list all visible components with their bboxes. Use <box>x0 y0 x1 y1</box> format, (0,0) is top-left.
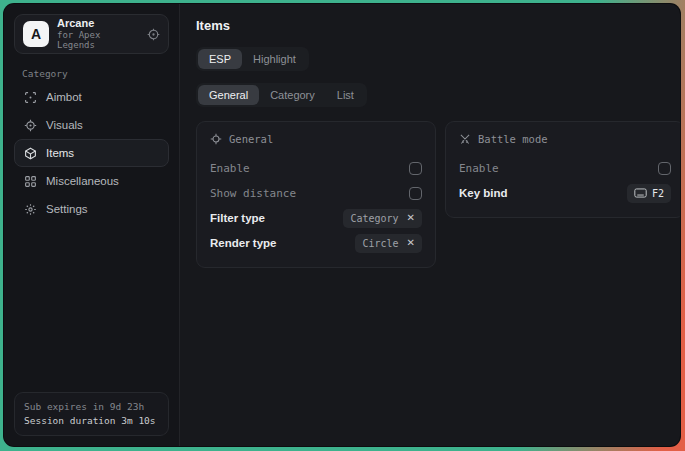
app-logo: A <box>23 21 49 47</box>
sidebar-item-label: Visuals <box>46 119 83 131</box>
keybind-button[interactable]: F2 <box>627 184 671 203</box>
battle-mode-card: Battle mode Enable Key bind <box>445 121 680 218</box>
tab-highlight[interactable]: Highlight <box>242 49 307 69</box>
setting-row-enable: Enable <box>210 156 422 180</box>
category-section-label: Category <box>22 68 169 79</box>
brand-text: Arcane for Apex Legends <box>57 17 139 50</box>
keyboard-icon <box>634 188 647 198</box>
crosshair-icon <box>24 91 37 104</box>
sidebar-item-label: Items <box>46 147 74 159</box>
session-duration-text: Session duration 3m 10s <box>24 414 159 428</box>
setting-label: Enable <box>210 162 250 175</box>
setting-label: Show distance <box>210 187 296 200</box>
tab-list[interactable]: List <box>326 85 365 105</box>
battle-card-header: Battle mode <box>459 133 671 145</box>
render-type-select[interactable]: Circle ✕ <box>355 234 422 253</box>
tab-general[interactable]: General <box>198 85 259 105</box>
card-title: Battle mode <box>478 133 548 145</box>
crosshair-icon <box>210 133 222 145</box>
sidebar: A Arcane for Apex Legends Category <box>4 4 180 446</box>
target-icon[interactable] <box>147 28 160 41</box>
sidebar-item-items[interactable]: Items <box>14 139 169 167</box>
setting-label: Key bind <box>459 187 508 199</box>
subscription-card: Sub expires in 9d 23h Session duration 3… <box>14 392 169 437</box>
clear-icon[interactable]: ✕ <box>407 213 415 223</box>
mode-tabs: ESP Highlight <box>196 47 309 71</box>
sub-expiry-text: Sub expires in 9d 23h <box>24 400 159 414</box>
brand-card: A Arcane for Apex Legends <box>14 14 169 54</box>
setting-row-enable: Enable <box>459 156 671 180</box>
card-title: General <box>229 133 273 145</box>
sidebar-item-label: Aimbot <box>46 91 82 103</box>
grid-icon <box>24 175 37 188</box>
setting-label: Enable <box>459 162 499 175</box>
sidebar-item-label: Settings <box>46 203 88 215</box>
keybind-value: F2 <box>652 188 664 199</box>
sidebar-item-miscellaneous[interactable]: Miscellaneous <box>14 167 169 195</box>
sidebar-item-aimbot[interactable]: Aimbot <box>14 83 169 111</box>
sidebar-item-visuals[interactable]: Visuals <box>14 111 169 139</box>
swords-icon <box>459 133 471 145</box>
sidebar-nav: Aimbot Visuals Items <box>14 83 169 223</box>
setting-label: Filter type <box>210 212 265 224</box>
box-icon <box>24 147 37 160</box>
sidebar-item-settings[interactable]: Settings <box>14 195 169 223</box>
clear-icon[interactable]: ✕ <box>407 238 415 248</box>
selected-value: Category <box>350 213 398 224</box>
battle-enable-checkbox[interactable] <box>658 162 671 175</box>
gear-icon <box>24 203 37 216</box>
main-content: Items ESP Highlight General Category Lis… <box>180 4 680 446</box>
app-subtitle: for Apex Legends <box>57 30 139 51</box>
filter-type-select[interactable]: Category ✕ <box>343 209 422 228</box>
setting-row-filter-type: Filter type Category ✕ <box>210 206 422 230</box>
show-distance-checkbox[interactable] <box>409 187 422 200</box>
view-tabs: General Category List <box>196 83 367 107</box>
selected-value: Circle <box>362 238 398 249</box>
general-card-header: General <box>210 133 422 145</box>
page-title: Items <box>196 18 680 33</box>
setting-row-key-bind: Key bind F2 <box>459 181 671 205</box>
setting-row-render-type: Render type Circle ✕ <box>210 231 422 255</box>
app-title: Arcane <box>57 17 139 30</box>
enable-checkbox[interactable] <box>409 162 422 175</box>
sidebar-item-label: Miscellaneous <box>46 175 119 187</box>
eye-icon <box>24 119 37 132</box>
general-card: General Enable Show distance Filter type… <box>196 121 436 268</box>
app-window: A Arcane for Apex Legends Category <box>4 4 680 446</box>
setting-row-show-distance: Show distance <box>210 181 422 205</box>
tab-category[interactable]: Category <box>259 85 326 105</box>
tab-esp[interactable]: ESP <box>198 49 242 69</box>
setting-label: Render type <box>210 237 276 249</box>
